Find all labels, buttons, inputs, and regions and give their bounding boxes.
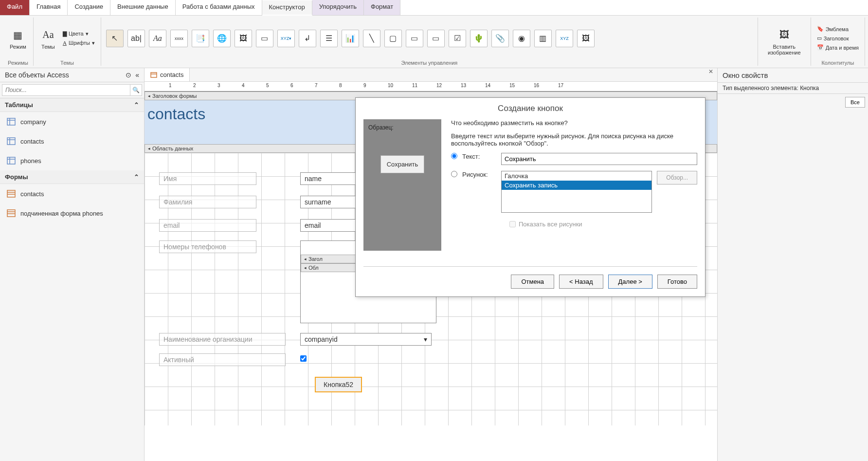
select-tool-icon[interactable]: ↖ — [106, 30, 124, 47]
active-checkbox[interactable] — [300, 355, 307, 362]
option-tool-icon[interactable]: 🌵 — [470, 30, 488, 47]
collapse-icon[interactable]: « — [135, 71, 139, 79]
mode-button[interactable]: ▦ Режим — [7, 25, 29, 52]
finish-button[interactable]: Готово — [657, 275, 697, 289]
ribbon-tabs: Файл Главная Создание Внешние данные Раб… — [0, 0, 868, 16]
tab-file[interactable]: Файл — [0, 0, 30, 15]
radio-tool-icon[interactable]: ◉ — [513, 30, 530, 47]
collapse-icon: ⌃ — [134, 101, 139, 109]
text-radio[interactable] — [451, 153, 457, 159]
property-all-button[interactable]: Все — [845, 97, 865, 108]
label-tool-icon[interactable]: Aa — [149, 30, 166, 47]
button-tool-icon[interactable]: xxxx — [170, 30, 188, 47]
title-button[interactable]: ▭Заголовок — [815, 34, 861, 42]
insert-image-button[interactable]: 🖼 Вставить изображение — [762, 25, 807, 57]
show-all-row: Показать все рисунки — [509, 221, 697, 228]
dropdown-icon: ▾ — [92, 40, 95, 46]
active-label[interactable]: Активный — [159, 353, 286, 366]
tab-dbtools[interactable]: Работа с базами данных — [176, 0, 262, 15]
image-tool-icon[interactable]: 🖼 — [577, 30, 595, 47]
show-all-label: Показать все рисунки — [519, 221, 582, 228]
controls-group-label: Элементы управления — [105, 59, 754, 66]
property-sheet: Окно свойств Тип выделенного элемента: К… — [717, 68, 868, 461]
list-item[interactable]: Галочка — [502, 171, 651, 181]
nav-table-contacts[interactable]: contacts — [0, 131, 144, 151]
name-label[interactable]: Имя — [159, 172, 256, 185]
nav-form-phones-sub[interactable]: подчиненная форма phones — [0, 203, 144, 223]
navigation-tool-icon[interactable]: ▭ — [256, 30, 273, 47]
colors-button[interactable]: ▇Цвета▾ — [61, 30, 97, 38]
datetime-button[interactable]: 📅Дата и время — [815, 43, 861, 52]
unbound-tool-icon[interactable]: ▭ — [427, 30, 445, 47]
emblem-button[interactable]: 🔖Эмблема — [815, 25, 861, 33]
subform-tool-icon[interactable]: ▥ — [534, 30, 552, 47]
ribbon-group-controls: ↖ ab| Aa xxxx 📑 🌐 🖼 ▭ XYZ▾ ↲ ☰ 📊 ╲ ▢ ▭ ▭… — [101, 18, 758, 66]
grid-icon: ▦ — [10, 27, 26, 43]
mode-label: Режим — [10, 44, 26, 50]
rectangle-tool-icon[interactable]: ▭ — [406, 30, 423, 47]
close-tab-button[interactable]: ✕ — [705, 68, 717, 81]
company-label[interactable]: Наименование организации — [159, 333, 286, 346]
dropdown-icon: ▾ — [86, 31, 89, 37]
wizard-content: Что необходимо разместить на кнопке? Вве… — [451, 119, 697, 251]
themes-button[interactable]: Aa Темы — [37, 25, 59, 52]
themes-icon: Aa — [40, 27, 56, 43]
listbox-tool-icon[interactable]: ☰ — [320, 30, 338, 47]
wizard-divider — [363, 266, 697, 267]
toggle-tool-icon[interactable]: ▢ — [384, 30, 402, 47]
next-button[interactable]: Далее > — [608, 275, 652, 289]
browse-button: Обзор... — [657, 171, 697, 184]
textbox-tool-icon[interactable]: ab| — [127, 30, 145, 47]
nav-header[interactable]: Все объекты Access ⊙ « — [0, 68, 144, 82]
modes-group-label: Режимы — [7, 59, 29, 66]
dropdown-icon[interactable]: ⊙ — [126, 71, 131, 79]
fonts-button[interactable]: AШрифты▾ — [61, 39, 97, 47]
tab-home[interactable]: Главная — [30, 0, 68, 15]
nav-form-contacts[interactable]: contacts — [0, 184, 144, 203]
tab-external[interactable]: Внешние данные — [110, 0, 176, 15]
search-input[interactable] — [2, 84, 130, 96]
document-tab-contacts[interactable]: contacts — [145, 68, 190, 81]
insert-image-label: Вставить изображение — [765, 44, 804, 55]
search-button[interactable]: 🔍 — [130, 84, 142, 96]
image-icon: 🖼 — [777, 27, 792, 43]
webbrowser-tool-icon[interactable]: 🖼 — [235, 30, 252, 47]
email-label[interactable]: email — [159, 219, 256, 232]
chart-tool-icon[interactable]: 📊 — [342, 30, 359, 47]
svg-rect-6 — [7, 157, 15, 164]
surname-label[interactable]: Фамилия — [159, 196, 256, 208]
attachment-tool-icon[interactable]: 📎 — [491, 30, 509, 47]
sample-label: Образец: — [368, 124, 436, 131]
nav-table-company[interactable]: company — [0, 112, 144, 131]
list-item[interactable]: Сохранить запись — [502, 181, 651, 190]
tab-design[interactable]: Конструктор — [262, 0, 312, 16]
hyperlink-tool-icon[interactable]: 🌐 — [213, 30, 231, 47]
nav-item-label: company — [20, 118, 46, 126]
horizontal-ruler: 123 456 789 101112 131415 1617 — [145, 82, 717, 92]
back-button[interactable]: < Назад — [559, 275, 603, 289]
tab-create[interactable]: Создание — [68, 0, 110, 15]
tab-format[interactable]: Формат — [364, 0, 400, 15]
selected-button[interactable]: Кнопка52 — [315, 377, 362, 392]
image-listbox[interactable]: Галочка Сохранить запись — [501, 171, 652, 213]
tab-label: contacts — [160, 71, 183, 78]
nav-group-tables[interactable]: Таблицы ⌃ — [0, 98, 144, 112]
checkbox-tool-icon[interactable]: ☑ — [449, 30, 466, 47]
cancel-button[interactable]: Отмена — [511, 275, 554, 289]
button-text-input[interactable] — [501, 153, 697, 165]
ribbon-group-insert: 🖼 Вставить изображение — [758, 18, 811, 66]
image-radio[interactable] — [451, 171, 457, 177]
insert-tool-icon[interactable]: ↲ — [299, 30, 316, 47]
company-field-text: companyid — [305, 335, 338, 343]
tab-tool-icon[interactable]: 📑 — [192, 30, 209, 47]
line-tool-icon[interactable]: ╲ — [363, 30, 380, 47]
tab-arrange[interactable]: Упорядочить — [312, 0, 364, 15]
bound-tool-icon[interactable]: XYZ — [556, 30, 573, 47]
ribbon-group-headerfooter: 🔖Эмблема ▭Заголовок 📅Дата и время Колонт… — [811, 18, 865, 66]
form-title-label[interactable]: contacts — [147, 105, 205, 123]
combobox-tool-icon[interactable]: XYZ▾ — [277, 30, 295, 47]
company-combobox[interactable]: companyid▾ — [300, 333, 432, 346]
phones-label[interactable]: Номеры телефонов — [159, 240, 256, 253]
nav-group-forms[interactable]: Формы ⌃ — [0, 170, 144, 184]
nav-table-phones[interactable]: phones — [0, 151, 144, 170]
